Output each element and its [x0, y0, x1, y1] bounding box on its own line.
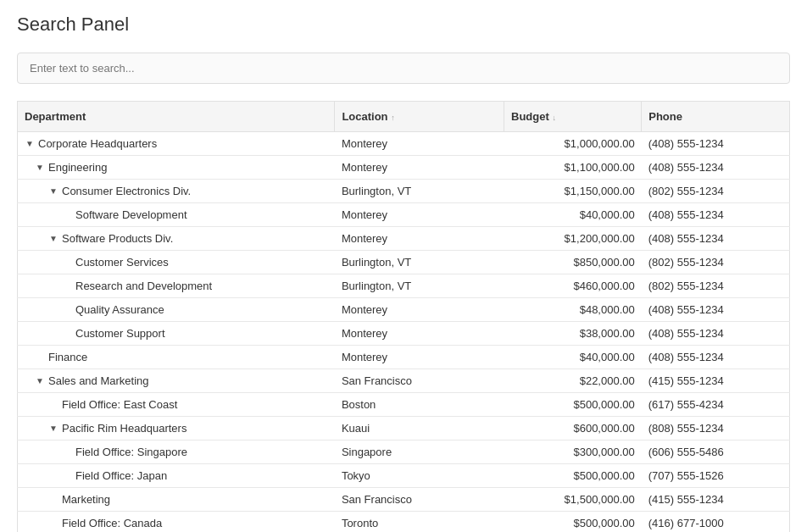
- dept-cell: Field Office: East Coast: [18, 393, 335, 417]
- dept-cell: Field Office: Canada: [18, 512, 335, 533]
- location-cell: Monterey: [335, 346, 504, 369]
- table-header-row: Department Location ↑ Budget ↓ Phone: [18, 102, 790, 132]
- tree-toggle-icon: [48, 495, 58, 505]
- tree-toggle-icon[interactable]: ▼: [48, 186, 58, 197]
- budget-cell: $1,200,000.00: [504, 227, 642, 251]
- dept-name: Software Products Div.: [62, 232, 173, 245]
- dept-cell: ▼Software Products Div.: [18, 227, 335, 251]
- dept-name: Field Office: Singapore: [75, 446, 187, 458]
- table-row: ▼Corporate HeadquartersMonterey$1,000,00…: [18, 132, 790, 156]
- dept-name: Research and Development: [75, 280, 212, 292]
- dept-cell: Research and Development: [18, 274, 335, 298]
- dept-name: Field Office: Canada: [62, 517, 162, 529]
- phone-cell: (415) 555-1234: [642, 488, 790, 512]
- location-cell: Burlington, VT: [335, 251, 504, 274]
- location-cell: Monterey: [335, 156, 504, 180]
- column-header-department: Department: [18, 102, 335, 132]
- tree-toggle-icon[interactable]: ▼: [35, 163, 45, 173]
- budget-cell: $1,150,000.00: [504, 180, 642, 203]
- dept-cell: Quality Assurance: [18, 298, 335, 322]
- table-row: Software DevelopmentMonterey$40,000.00(4…: [18, 203, 790, 227]
- dept-name: Corporate Headquarters: [38, 137, 157, 150]
- location-cell: Monterey: [335, 298, 504, 322]
- table-row: Quality AssuranceMonterey$48,000.00(408)…: [18, 298, 790, 322]
- phone-cell: (802) 555-1234: [642, 251, 790, 274]
- dept-name: Customer Services: [75, 256, 169, 269]
- column-header-budget[interactable]: Budget ↓: [504, 102, 642, 132]
- dept-cell: Software Development: [18, 203, 335, 227]
- table-row: Field Office: SingaporeSingapore$300,000…: [18, 441, 790, 464]
- tree-toggle-icon: [35, 352, 45, 363]
- budget-cell: $1,000,000.00: [504, 132, 642, 156]
- phone-cell: (408) 555-1234: [642, 203, 790, 227]
- location-cell: Boston: [335, 393, 504, 417]
- dept-name: Engineering: [48, 161, 107, 174]
- table-row: Customer SupportMonterey$38,000.00(408) …: [18, 322, 790, 346]
- location-cell: Kuaui: [335, 417, 504, 441]
- dept-cell: Marketing: [18, 488, 335, 512]
- table-row: Customer ServicesBurlington, VT$850,000.…: [18, 251, 790, 274]
- dept-cell: Field Office: Singapore: [18, 441, 335, 464]
- phone-cell: (408) 555-1234: [642, 346, 790, 369]
- phone-cell: (415) 555-1234: [642, 369, 790, 393]
- location-cell: Tokyo: [335, 464, 504, 488]
- phone-cell: (408) 555-1234: [642, 132, 790, 156]
- dept-cell: Customer Services: [18, 251, 335, 274]
- tree-toggle-icon: [62, 471, 72, 481]
- tree-toggle-icon: [62, 447, 72, 457]
- tree-toggle-icon[interactable]: ▼: [48, 234, 58, 244]
- tree-toggle-icon: [62, 258, 72, 268]
- table-row: ▼Pacific Rim HeadquartersKuaui$600,000.0…: [18, 417, 790, 441]
- dept-cell: ▼Pacific Rim Headquarters: [18, 417, 335, 441]
- tree-toggle-icon: [48, 400, 58, 410]
- budget-cell: $500,000.00: [504, 393, 642, 417]
- dept-name: Finance: [48, 351, 87, 363]
- page-title: Search Panel: [17, 14, 790, 36]
- phone-cell: (606) 555-5486: [642, 441, 790, 464]
- table-row: ▼Software Products Div.Monterey$1,200,00…: [18, 227, 790, 251]
- location-cell: Burlington, VT: [335, 180, 504, 203]
- column-header-location[interactable]: Location ↑: [335, 102, 504, 132]
- location-cell: Monterey: [335, 132, 504, 156]
- budget-cell: $500,000.00: [504, 512, 642, 533]
- dept-name: Consumer Electronics Div.: [62, 185, 191, 197]
- table-row: Field Office: JapanTokyo$500,000.00(707)…: [18, 464, 790, 488]
- budget-cell: $300,000.00: [504, 441, 642, 464]
- table-row: FinanceMonterey$40,000.00(408) 555-1234: [18, 346, 790, 369]
- location-cell: Burlington, VT: [335, 274, 504, 298]
- budget-cell: $850,000.00: [504, 251, 642, 274]
- dept-cell: ▼Sales and Marketing: [18, 369, 335, 393]
- dept-name: Pacific Rim Headquarters: [62, 422, 186, 435]
- tree-toggle-icon: [48, 518, 58, 529]
- phone-cell: (408) 555-1234: [642, 156, 790, 180]
- search-input[interactable]: [17, 53, 790, 84]
- dept-name: Customer Support: [75, 327, 165, 340]
- phone-cell: (408) 555-1234: [642, 227, 790, 251]
- budget-cell: $600,000.00: [504, 417, 642, 441]
- location-cell: Monterey: [335, 227, 504, 251]
- budget-cell: $40,000.00: [504, 346, 642, 369]
- table-row: Field Office: CanadaToronto$500,000.00(4…: [18, 512, 790, 533]
- budget-cell: $40,000.00: [504, 203, 642, 227]
- dept-cell: Field Office: Japan: [18, 464, 335, 488]
- phone-cell: (802) 555-1234: [642, 180, 790, 203]
- dept-name: Marketing: [62, 493, 110, 506]
- location-cell: San Francisco: [335, 369, 504, 393]
- phone-cell: (408) 555-1234: [642, 322, 790, 346]
- location-cell: Monterey: [335, 322, 504, 346]
- tree-toggle-icon: [62, 281, 72, 291]
- budget-cell: $1,500,000.00: [504, 488, 642, 512]
- tree-toggle-icon[interactable]: ▼: [25, 139, 35, 149]
- tree-toggle-icon: [62, 210, 72, 220]
- budget-cell: $1,100,000.00: [504, 156, 642, 180]
- table-row: MarketingSan Francisco$1,500,000.00(415)…: [18, 488, 790, 512]
- table-row: ▼Consumer Electronics Div.Burlington, VT…: [18, 180, 790, 203]
- budget-cell: $22,000.00: [504, 369, 642, 393]
- dept-name: Quality Assurance: [75, 303, 164, 316]
- dept-cell: Customer Support: [18, 322, 335, 346]
- tree-toggle-icon[interactable]: ▼: [48, 424, 58, 434]
- location-cell: Monterey: [335, 203, 504, 227]
- phone-cell: (416) 677-1000: [642, 512, 790, 533]
- tree-toggle-icon[interactable]: ▼: [35, 376, 45, 386]
- dept-name: Sales and Marketing: [48, 374, 149, 387]
